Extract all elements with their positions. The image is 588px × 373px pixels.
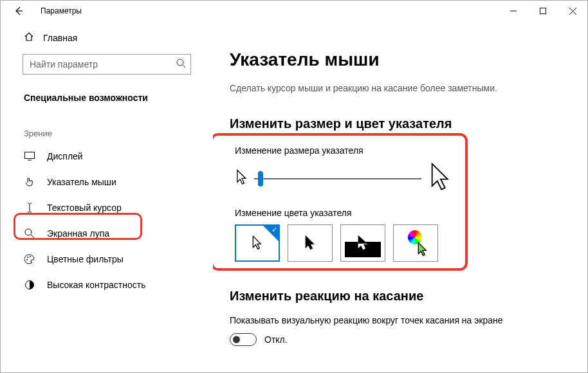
- cursor-icon: [304, 235, 316, 251]
- svg-point-3: [25, 229, 32, 235]
- check-icon: [263, 226, 279, 241]
- sidebar-item-label: Высокая контрастность: [47, 280, 145, 290]
- pointer-hand-icon: [24, 177, 35, 187]
- svg-rect-2: [25, 152, 35, 159]
- cursor-icon: [417, 242, 428, 257]
- sidebar-item-label: Текстовый курсор: [47, 203, 122, 213]
- titlebar: Параметры: [1, 1, 587, 21]
- page-description: Сделать курсор мыши и реакцию на касание…: [230, 83, 571, 93]
- sidebar-item-magnifier[interactable]: Экранная лупа: [1, 221, 213, 246]
- touch-toggle-row: Откл.: [230, 333, 571, 346]
- magnifier-icon: [24, 228, 35, 239]
- sidebar: Главная Специальные возможности Зрение Д…: [1, 21, 213, 372]
- text-cursor-icon: [24, 203, 35, 213]
- palette-icon: [24, 254, 35, 264]
- sidebar-item-text-cursor[interactable]: Текстовый курсор: [1, 195, 213, 221]
- monitor-icon: [24, 152, 35, 161]
- sidebar-item-label: Дисплей: [47, 151, 83, 161]
- pointer-size-row: [235, 162, 565, 195]
- svg-point-1: [177, 59, 183, 66]
- sidebar-home-label: Главная: [43, 33, 77, 43]
- sidebar-item-label: Экранная лупа: [47, 228, 109, 239]
- window-title: Параметры: [41, 6, 499, 15]
- cursor-small-icon: [235, 169, 249, 188]
- settings-window: Параметры Главная: [0, 0, 588, 373]
- svg-point-6: [26, 259, 28, 260]
- maximize-icon: [540, 8, 546, 14]
- color-option-custom[interactable]: [393, 224, 438, 262]
- sidebar-item-pointer[interactable]: Указатель мыши: [1, 169, 213, 195]
- pointer-size-slider[interactable]: [254, 171, 421, 186]
- cursor-icon: [252, 235, 263, 251]
- sidebar-item-label: Указатель мыши: [47, 177, 116, 187]
- page-title: Указатель мыши: [230, 50, 571, 70]
- color-option-black[interactable]: [288, 224, 333, 262]
- color-option-white[interactable]: [235, 224, 280, 262]
- cursor-icon: [357, 235, 369, 251]
- section-touch: Изменить реакцию на касание: [230, 289, 571, 304]
- close-icon: [569, 8, 576, 15]
- content-pane: Указатель мыши Сделать курсор мыши и реа…: [213, 21, 587, 372]
- svg-point-4: [27, 257, 28, 258]
- slider-track: [254, 178, 421, 179]
- minimize-button[interactable]: [499, 1, 528, 21]
- color-label: Изменение цвета указателя: [235, 208, 565, 218]
- touch-feedback-toggle[interactable]: [230, 333, 257, 346]
- sidebar-item-label: Цветные фильтры: [47, 254, 124, 264]
- sidebar-item-display[interactable]: Дисплей: [1, 143, 213, 169]
- toggle-knob: [233, 336, 240, 343]
- sidebar-category: Зрение: [1, 111, 213, 143]
- svg-point-5: [30, 256, 31, 257]
- contrast-icon: [24, 280, 35, 290]
- sidebar-section: Специальные возможности: [1, 86, 213, 111]
- minimize-icon: [510, 8, 517, 14]
- sidebar-item-color-filters[interactable]: Цветные фильтры: [1, 246, 213, 272]
- home-icon: [24, 32, 34, 44]
- pointer-color-row: [235, 224, 565, 262]
- sidebar-home[interactable]: Главная: [1, 25, 213, 50]
- color-option-inverted[interactable]: [340, 224, 385, 262]
- toggle-state-label: Откл.: [264, 334, 288, 345]
- search-icon: [176, 59, 186, 70]
- back-button[interactable]: [10, 2, 28, 20]
- search-input[interactable]: [23, 54, 191, 75]
- touch-label: Показывать визуальную реакцию вокруг точ…: [230, 315, 571, 325]
- size-label: Изменение размера указателя: [235, 145, 565, 156]
- slider-thumb[interactable]: [258, 171, 263, 186]
- search-box[interactable]: [23, 54, 191, 75]
- close-button[interactable]: [558, 1, 587, 21]
- arrow-left-icon: [14, 6, 24, 16]
- sidebar-item-high-contrast[interactable]: Высокая контрастность: [1, 272, 213, 298]
- svg-rect-0: [540, 8, 546, 14]
- section-size-color: Изменить размер и цвет указателя: [230, 116, 571, 131]
- maximize-button[interactable]: [528, 1, 558, 21]
- cursor-large-icon: [428, 162, 454, 195]
